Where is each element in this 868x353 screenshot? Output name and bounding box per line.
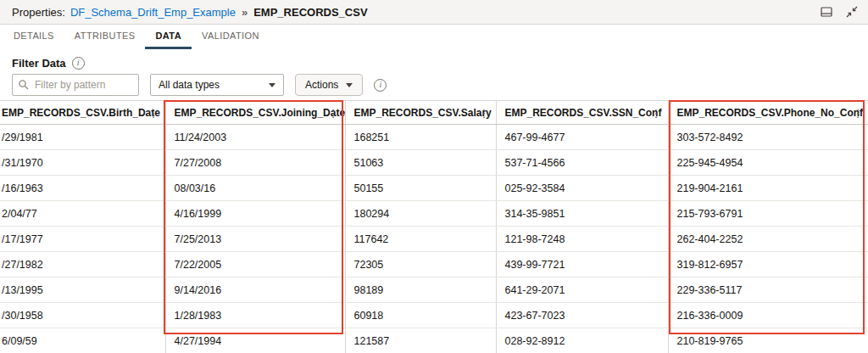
actions-button[interactable]: Actions — [295, 74, 363, 96]
table-row: 6/09/594/27/1994121587028-92-8912210-819… — [0, 328, 868, 353]
column-header: EMP_RECORDS_CSV.Joining_Date⋮ — [165, 101, 345, 125]
table-row: /16/196308/03/1650155025-92-3584219-904-… — [0, 176, 868, 201]
table-row: /30/19581/28/198360918423-67-7023216-336… — [0, 303, 868, 328]
table-cell: 215-793-6791 — [668, 201, 868, 227]
table-cell: /31/1970 — [0, 150, 165, 176]
filter-pattern-input[interactable] — [13, 75, 138, 95]
column-header: EMP_RECORDS_CSV.SSN_Conf⋮ — [496, 101, 668, 125]
table-cell: 11/24/2003 — [165, 125, 345, 150]
data-preview-table-wrap: EMP_RECORDS_CSV.Birth_Date⋮EMP_RECORDS_C… — [0, 100, 868, 353]
column-menu-icon[interactable]: ⋮ — [477, 106, 492, 119]
column-header: EMP_RECORDS_CSV.Birth_Date⋮ — [0, 101, 165, 125]
table-cell: 4/16/1999 — [165, 201, 345, 227]
table-cell: 216-336-0009 — [668, 303, 868, 328]
table-cell: /30/1958 — [0, 303, 165, 328]
tab-bar: DETAILS ATTRIBUTES DATA VALIDATION — [0, 25, 868, 49]
column-header-label: EMP_RECORDS_CSV.Birth_Date — [2, 107, 160, 119]
actions-button-label: Actions — [305, 79, 338, 91]
column-header-label: EMP_RECORDS_CSV.SSN_Conf — [505, 107, 662, 119]
table-cell: /13/1995 — [0, 277, 165, 303]
column-menu-icon[interactable]: ⋮ — [851, 106, 865, 119]
table-row: /27/19827/22/200572305439-99-7721319-812… — [0, 252, 868, 277]
data-preview-table: EMP_RECORDS_CSV.Birth_Date⋮EMP_RECORDS_C… — [0, 100, 868, 353]
table-cell: 117642 — [345, 227, 496, 252]
table-cell: 1/28/1983 — [165, 303, 345, 328]
table-cell: 6/09/59 — [0, 328, 165, 353]
table-cell: 08/03/16 — [165, 176, 345, 201]
table-row: /17/19777/25/2013117642121-98-7248262-40… — [0, 227, 868, 252]
table-row: /13/19959/14/201698189641-29-2071229-336… — [0, 277, 868, 303]
actions-info-icon[interactable]: i — [374, 79, 387, 92]
tab-attributes-label: ATTRIBUTES — [75, 31, 136, 41]
entity-name: EMP_RECORDS_CSV — [253, 6, 367, 19]
search-icon — [18, 79, 30, 91]
filter-section-header: Filter Data i — [0, 49, 868, 74]
table-cell: 121587 — [345, 328, 496, 353]
table-cell: /17/1977 — [0, 227, 165, 252]
table-cell: 210-819-9765 — [668, 328, 868, 353]
table-cell: 7/25/2013 — [165, 227, 345, 252]
collapse-panel-icon[interactable] — [844, 4, 860, 20]
table-cell: 025-92-3584 — [496, 176, 668, 201]
table-cell: 50155 — [345, 176, 496, 201]
filter-controls: All data types Actions i — [0, 74, 868, 96]
table-cell: 121-98-7248 — [496, 227, 668, 252]
table-cell: 98189 — [345, 277, 496, 303]
data-type-select[interactable]: All data types — [150, 74, 284, 96]
table-cell: 641-29-2071 — [496, 277, 668, 303]
table-cell: 423-67-7023 — [496, 303, 668, 328]
filter-data-title: Filter Data — [12, 57, 66, 70]
table-cell: 314-35-9851 — [496, 201, 668, 227]
table-cell: /29/1981 — [0, 125, 165, 150]
table-cell: 319-812-6957 — [668, 252, 868, 277]
table-cell: 537-71-4566 — [496, 150, 668, 176]
table-cell: 219-904-2161 — [668, 176, 868, 201]
table-cell: 7/27/2008 — [165, 150, 345, 176]
breadcrumb-separator: » — [242, 6, 248, 19]
table-header-row: EMP_RECORDS_CSV.Birth_Date⋮EMP_RECORDS_C… — [0, 101, 868, 125]
table-cell: 4/27/1994 — [165, 328, 345, 353]
column-header-label: EMP_RECORDS_CSV.Salary — [354, 107, 492, 119]
table-cell: 028-92-8912 — [496, 328, 668, 353]
table-cell: /16/1963 — [0, 176, 165, 201]
tab-validation[interactable]: VALIDATION — [192, 25, 270, 49]
properties-panel: Properties: DF_Schema_Drift_Emp_Example … — [0, 0, 868, 353]
table-body: /29/198111/24/2003168251467-99-4677303-5… — [0, 125, 868, 353]
table-cell: 7/22/2005 — [165, 252, 345, 277]
table-cell: 9/14/2016 — [165, 277, 345, 303]
table-cell: 225-945-4954 — [668, 150, 868, 176]
table-cell: 51063 — [345, 150, 496, 176]
properties-label: Properties: — [12, 6, 65, 19]
filter-data-info-icon[interactable]: i — [72, 57, 85, 70]
table-cell: 439-99-7721 — [496, 252, 668, 277]
data-type-selected-value: All data types — [159, 79, 220, 91]
table-cell: 303-572-8492 — [668, 125, 868, 150]
column-header: EMP_RECORDS_CSV.Phone_No_Conf⋮ — [668, 101, 868, 125]
filter-pattern-box — [12, 74, 139, 96]
table-cell: 262-404-2252 — [668, 227, 868, 252]
chevron-down-icon — [269, 83, 275, 87]
table-row: /31/19707/27/200851063537-71-4566225-945… — [0, 150, 868, 176]
tab-details[interactable]: DETAILS — [3, 25, 64, 49]
table-cell: 467-99-4677 — [496, 125, 668, 150]
data-flow-breadcrumb-link[interactable]: DF_Schema_Drift_Emp_Example — [70, 6, 236, 19]
tab-details-label: DETAILS — [14, 31, 54, 41]
column-header-label: EMP_RECORDS_CSV.Phone_No_Conf — [677, 107, 864, 119]
chevron-down-icon — [346, 83, 353, 87]
tab-data[interactable]: DATA — [145, 25, 192, 49]
table-cell: 168251 — [345, 125, 496, 150]
tab-attributes[interactable]: ATTRIBUTES — [64, 25, 146, 49]
table-row: 2/04/774/16/1999180294314-35-9851215-793… — [0, 201, 868, 227]
column-menu-icon[interactable]: ⋮ — [649, 106, 664, 119]
table-cell: 229-336-5117 — [668, 277, 868, 303]
tab-data-label: DATA — [155, 31, 181, 41]
tab-validation-label: VALIDATION — [202, 31, 259, 41]
table-cell: 180294 — [345, 201, 496, 227]
dock-panel-icon[interactable] — [819, 4, 834, 20]
column-menu-icon[interactable]: ⋮ — [326, 106, 341, 119]
table-cell: 60918 — [345, 303, 496, 328]
column-menu-icon[interactable]: ⋮ — [147, 106, 161, 119]
table-row: /29/198111/24/2003168251467-99-4677303-5… — [0, 125, 868, 150]
table-cell: 72305 — [345, 252, 496, 277]
table-cell: 2/04/77 — [0, 201, 165, 227]
